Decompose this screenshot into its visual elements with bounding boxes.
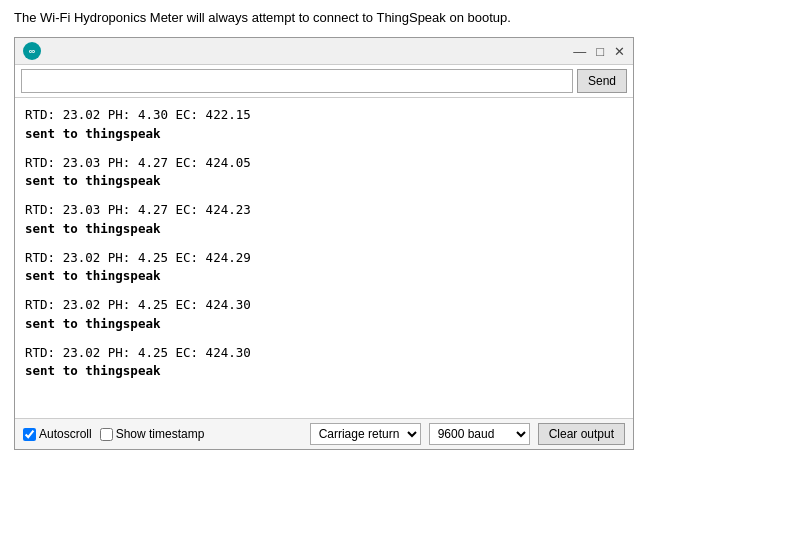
output-line1: RTD: 23.03 PH: 4.27 EC: 424.23 (25, 202, 251, 217)
output-line2: sent to thingspeak (25, 316, 160, 331)
autoscroll-label[interactable]: Autoscroll (23, 427, 92, 441)
show-timestamp-text: Show timestamp (116, 427, 205, 441)
show-timestamp-checkbox[interactable] (100, 428, 113, 441)
title-bar: ∞ — □ ✕ (15, 38, 633, 65)
output-block: RTD: 23.02 PH: 4.25 EC: 424.29sent to th… (25, 249, 623, 287)
arduino-logo-icon: ∞ (23, 42, 41, 60)
serial-input[interactable] (21, 69, 573, 93)
output-block: RTD: 23.03 PH: 4.27 EC: 424.05sent to th… (25, 154, 623, 192)
output-line1: RTD: 23.02 PH: 4.25 EC: 424.30 (25, 297, 251, 312)
serial-monitor-window: ∞ — □ ✕ Send RTD: 23.02 PH: 4.30 EC: 422… (14, 37, 634, 450)
output-line2: sent to thingspeak (25, 268, 160, 283)
output-line1: RTD: 23.02 PH: 4.30 EC: 422.15 (25, 107, 251, 122)
title-bar-controls: — □ ✕ (573, 44, 625, 59)
output-line2: sent to thingspeak (25, 173, 160, 188)
output-block: RTD: 23.02 PH: 4.25 EC: 424.30sent to th… (25, 344, 623, 382)
output-block: RTD: 23.03 PH: 4.27 EC: 424.23sent to th… (25, 201, 623, 239)
clear-output-button[interactable]: Clear output (538, 423, 625, 445)
send-button[interactable]: Send (577, 69, 627, 93)
close-button[interactable]: ✕ (614, 44, 625, 59)
output-line2: sent to thingspeak (25, 126, 160, 141)
autoscroll-checkbox[interactable] (23, 428, 36, 441)
output-line2: sent to thingspeak (25, 221, 160, 236)
output-line1: RTD: 23.02 PH: 4.25 EC: 424.29 (25, 250, 251, 265)
minimize-button[interactable]: — (573, 44, 586, 59)
maximize-button[interactable]: □ (596, 44, 604, 59)
baud-rate-select[interactable]: 300 baud1200 baud2400 baud4800 baud9600 … (429, 423, 530, 445)
show-timestamp-label[interactable]: Show timestamp (100, 427, 205, 441)
output-line2: sent to thingspeak (25, 363, 160, 378)
output-block: RTD: 23.02 PH: 4.25 EC: 424.30sent to th… (25, 296, 623, 334)
line-ending-select[interactable]: No line endingNewlineCarriage returnBoth… (310, 423, 421, 445)
serial-output: RTD: 23.02 PH: 4.30 EC: 422.15sent to th… (15, 98, 633, 418)
toolbar: Send (15, 65, 633, 98)
output-block: RTD: 23.02 PH: 4.30 EC: 422.15sent to th… (25, 106, 623, 144)
title-bar-left: ∞ (23, 42, 41, 60)
description: The Wi-Fi Hydroponics Meter will always … (14, 10, 778, 25)
output-line1: RTD: 23.02 PH: 4.25 EC: 424.30 (25, 345, 251, 360)
status-bar: Autoscroll Show timestamp No line ending… (15, 418, 633, 449)
autoscroll-text: Autoscroll (39, 427, 92, 441)
output-line1: RTD: 23.03 PH: 4.27 EC: 424.05 (25, 155, 251, 170)
